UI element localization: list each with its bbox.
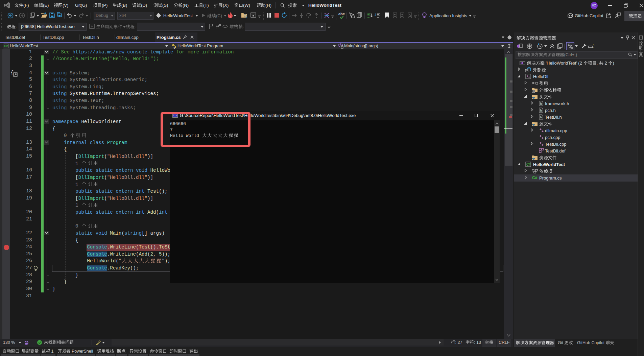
svg-text:h: h [540, 109, 542, 113]
svg-text:h: h [540, 102, 542, 106]
svg-text:h: h [540, 116, 542, 119]
svg-text:2: 2 [375, 13, 376, 16]
svg-text:C#: C# [526, 163, 531, 166]
